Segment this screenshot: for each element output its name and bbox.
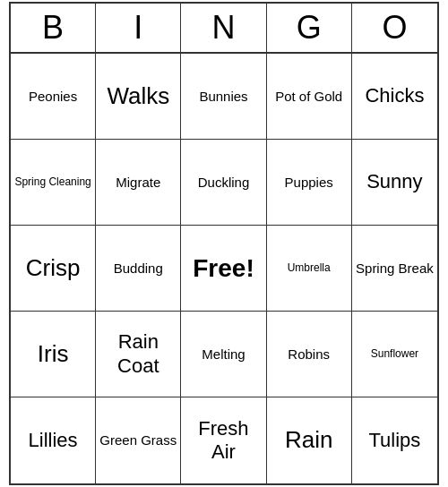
bingo-cell-17: Melting [181, 312, 266, 397]
header-b: B [11, 4, 96, 52]
header-n: N [181, 4, 266, 52]
bingo-cell-5: Spring Cleaning [11, 140, 96, 226]
bingo-cell-23: Rain [267, 397, 352, 483]
bingo-cell-16: Rain Coat [96, 312, 181, 397]
bingo-header: B I N G O [11, 4, 437, 54]
bingo-grid: PeoniesWalksBunniesPot of GoldChicksSpri… [11, 54, 437, 483]
header-o: O [352, 4, 437, 52]
bingo-cell-10: Crisp [11, 226, 96, 312]
bingo-card: B I N G O PeoniesWalksBunniesPot of Gold… [9, 2, 439, 485]
header-g: G [267, 4, 352, 52]
bingo-cell-18: Robins [267, 312, 352, 397]
bingo-cell-8: Puppies [267, 140, 352, 226]
bingo-cell-14: Spring Break [352, 226, 437, 312]
bingo-cell-19: Sunflower [352, 312, 437, 397]
header-i: I [96, 4, 181, 52]
bingo-cell-21: Green Grass [96, 397, 181, 483]
bingo-cell-24: Tulips [352, 397, 437, 483]
bingo-cell-1: Walks [96, 54, 181, 140]
bingo-cell-6: Migrate [96, 140, 181, 226]
bingo-cell-15: Iris [11, 312, 96, 397]
bingo-cell-2: Bunnies [181, 54, 266, 140]
bingo-cell-3: Pot of Gold [267, 54, 352, 140]
bingo-cell-9: Sunny [352, 140, 437, 226]
bingo-cell-20: Lillies [11, 397, 96, 483]
bingo-cell-0: Peonies [11, 54, 96, 140]
bingo-cell-12: Free! [181, 226, 266, 312]
bingo-cell-11: Budding [96, 226, 181, 312]
bingo-cell-4: Chicks [352, 54, 437, 140]
bingo-cell-13: Umbrella [267, 226, 352, 312]
bingo-cell-22: Fresh Air [181, 397, 266, 483]
bingo-cell-7: Duckling [181, 140, 266, 226]
